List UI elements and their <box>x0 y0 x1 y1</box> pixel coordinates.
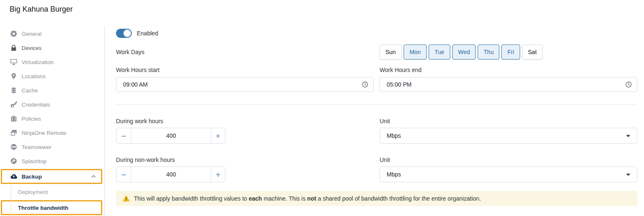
unit-select-non-work[interactable]: Mbps <box>380 166 637 182</box>
sidebar-item-cache[interactable]: Cache <box>0 83 104 97</box>
day-button-thu[interactable]: Thu <box>478 45 499 60</box>
unit-select-value: Mbps <box>387 171 401 178</box>
increment-button[interactable]: + <box>211 128 225 143</box>
sidebar-item-locations[interactable]: Locations <box>0 69 104 83</box>
lock-icon <box>10 45 17 51</box>
sidebar-item-label: Policies <box>22 116 41 122</box>
day-button-sat[interactable]: Sat <box>522 45 543 60</box>
work-hours-end-label: Work Hours end <box>380 67 637 73</box>
sidebar-item-ninjaone-remote[interactable]: NinjaOne Remote <box>0 126 104 140</box>
during-non-work-hours-value[interactable]: 400 <box>131 167 211 182</box>
caret-down-icon <box>626 174 630 176</box>
enabled-toggle-row: Enabled <box>116 29 637 38</box>
throttle-highlight-box: Throttle bandwidth <box>1 200 102 215</box>
sidebar-item-label: Deployment <box>18 189 48 195</box>
sidebar-item-deployment[interactable]: Deployment <box>0 185 104 199</box>
splashtop-icon <box>10 158 17 164</box>
briefcase-icon <box>10 115 17 122</box>
gear-icon <box>10 30 17 37</box>
enabled-label: Enabled <box>137 30 158 37</box>
increment-button[interactable]: + <box>211 167 225 182</box>
warning-text: This will apply bandwidth throttling val… <box>134 195 481 202</box>
sidebar-item-label: Devices <box>22 45 42 51</box>
unit-label: Unit <box>380 156 637 163</box>
key-icon <box>10 101 17 108</box>
during-work-hours-label: During work hours <box>116 118 374 124</box>
non-work-hours-bandwidth-row: During non-work hours − 400 + Unit Mbps <box>116 156 637 182</box>
work-hours-bandwidth-row: During work hours − 400 + Unit Mbps <box>116 118 637 144</box>
sidebar-item-policies[interactable]: Policies <box>0 112 104 126</box>
teamviewer-icon <box>10 144 17 150</box>
day-button-sun[interactable]: Sun <box>380 45 402 60</box>
unit-label: Unit <box>380 118 637 124</box>
work-hours-start-input[interactable] <box>116 77 374 92</box>
chevron-up-icon <box>91 175 96 178</box>
work-hours-end-input[interactable] <box>380 77 637 92</box>
layout: General Devices Virtualization Locations… <box>0 26 644 216</box>
toggle-knob <box>123 30 131 37</box>
during-non-work-hours-stepper: − 400 + <box>116 166 225 182</box>
day-button-tue[interactable]: Tue <box>429 45 450 60</box>
sidebar-item-label: Locations <box>22 73 46 79</box>
sidebar-item-label: General <box>22 31 42 37</box>
throttle-bandwidth-panel: Enabled Work Days Sun Mon Tue Wed Thu Fr… <box>105 26 644 216</box>
windows-stack-icon <box>10 129 17 136</box>
decrement-button[interactable]: − <box>116 167 131 182</box>
sidebar-item-label: Virtualization <box>22 59 54 65</box>
day-button-mon[interactable]: Mon <box>404 45 427 60</box>
work-hours-row: Work Hours start Work Hours end <box>116 67 637 92</box>
sidebar-item-label: Throttle bandwidth <box>18 205 68 211</box>
sidebar-item-throttle-bandwidth[interactable]: Throttle bandwidth <box>2 201 101 214</box>
map-pin-icon <box>10 73 17 79</box>
sidebar-item-label: Splashtop <box>22 158 47 164</box>
sidebar-item-teamviewer[interactable]: Teamviewer <box>0 140 104 154</box>
unit-select-value: Mbps <box>387 132 401 139</box>
sidebar-item-devices[interactable]: Devices <box>0 41 104 55</box>
page-title: Big Kahuna Burger <box>0 0 644 14</box>
backup-highlight-box: Backup <box>1 169 102 184</box>
during-work-hours-value[interactable]: 400 <box>131 128 211 143</box>
monitor-icon <box>10 59 17 65</box>
caret-down-icon <box>626 135 630 137</box>
during-non-work-hours-label: During non-work hours <box>116 156 374 163</box>
sidebar-item-label: NinjaOne Remote <box>22 130 66 136</box>
unit-select-work[interactable]: Mbps <box>380 128 637 144</box>
work-days-row: Work Days Sun Mon Tue Wed Thu Fri Sat <box>116 45 637 60</box>
warning-icon <box>123 195 130 202</box>
database-icon <box>10 87 17 94</box>
work-days-group: Sun Mon Tue Wed Thu Fri Sat <box>380 45 637 60</box>
settings-sidebar: General Devices Virtualization Locations… <box>0 26 105 216</box>
sidebar-item-label: Teamviewer <box>22 144 52 150</box>
sidebar-item-backup[interactable]: Backup <box>2 170 101 183</box>
sidebar-item-general[interactable]: General <box>0 27 104 41</box>
day-button-fri[interactable]: Fri <box>501 45 520 60</box>
sidebar-item-label: Credentials <box>22 102 50 108</box>
bandwidth-warning-banner: This will apply bandwidth throttling val… <box>116 191 637 206</box>
sidebar-item-credentials[interactable]: Credentials <box>0 97 104 112</box>
sidebar-item-label: Backup <box>22 174 42 180</box>
day-button-wed[interactable]: Wed <box>452 45 476 60</box>
enabled-toggle[interactable] <box>116 29 132 38</box>
cloud-upload-icon <box>10 173 17 180</box>
work-days-label: Work Days <box>116 49 374 55</box>
backup-sub-list: Deployment Throttle bandwidth <box>0 185 104 215</box>
work-hours-start-label: Work Hours start <box>116 67 374 73</box>
decrement-button[interactable]: − <box>116 128 131 143</box>
during-work-hours-stepper: − 400 + <box>116 128 225 144</box>
sidebar-item-label: Cache <box>22 87 38 94</box>
sidebar-item-virtualization[interactable]: Virtualization <box>0 55 104 69</box>
section-divider <box>116 104 637 105</box>
sidebar-item-splashtop[interactable]: Splashtop <box>0 154 104 168</box>
